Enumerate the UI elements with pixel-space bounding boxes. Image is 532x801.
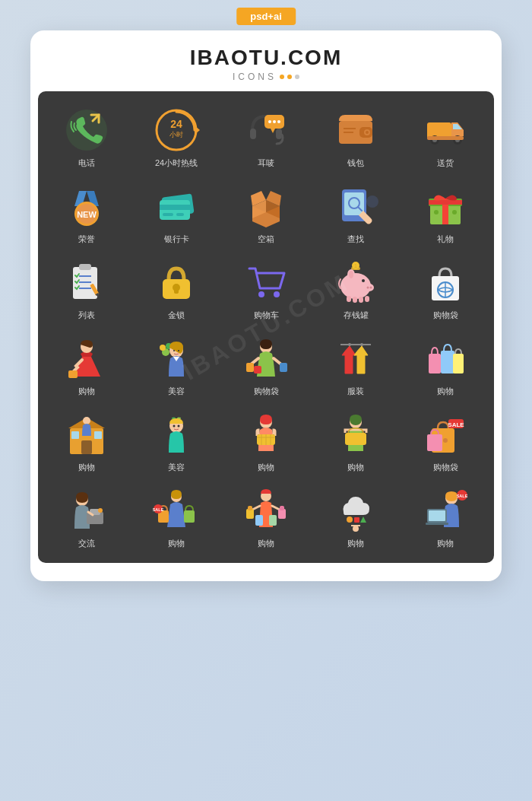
cart-icon <box>242 259 290 306</box>
bankcard-icon <box>153 183 200 230</box>
truck-icon <box>422 106 469 154</box>
svg-rect-93 <box>81 440 92 454</box>
svg-rect-67 <box>347 296 351 302</box>
svg-marker-130 <box>360 517 366 523</box>
svg-rect-68 <box>353 297 357 303</box>
icon-cell: 购物车 <box>228 259 304 321</box>
svg-rect-110 <box>427 434 442 451</box>
icon-cell: 购物 <box>49 335 125 397</box>
subtitle-text: ICONS <box>233 72 277 82</box>
svg-text:24: 24 <box>170 118 182 130</box>
svg-rect-46 <box>79 264 91 270</box>
dot3 <box>295 75 299 79</box>
shop-front-label: 购物 <box>78 462 95 473</box>
icon-cell: 购物 <box>318 411 394 473</box>
phone-label: 电话 <box>78 157 95 169</box>
beauty2-label: 美容 <box>168 462 185 473</box>
svg-rect-106 <box>345 433 366 445</box>
icon-cell: SALE 购物 <box>407 487 483 549</box>
svg-point-15 <box>366 131 369 134</box>
svg-rect-123 <box>248 506 252 510</box>
svg-point-56 <box>274 291 280 297</box>
icon-cell: 购物 <box>228 487 304 549</box>
icon-row-3: 列表 金锁 <box>42 251 490 327</box>
svg-rect-70 <box>365 296 369 302</box>
svg-rect-32 <box>163 213 173 216</box>
svg-rect-33 <box>176 213 184 216</box>
svg-rect-89 <box>429 354 441 373</box>
svg-point-11 <box>277 120 280 123</box>
dot1 <box>280 75 284 79</box>
svg-rect-126 <box>255 515 263 526</box>
svg-rect-69 <box>359 297 363 303</box>
svg-rect-91 <box>453 354 464 373</box>
svg-point-43 <box>434 210 439 215</box>
icon-cell: 24 小时 24小时热线 <box>138 106 214 169</box>
svg-rect-95 <box>94 431 102 439</box>
piggy-label: 存钱罐 <box>344 310 369 321</box>
bags-sale-label: 购物 <box>168 538 185 549</box>
list-label: 列表 <box>78 310 95 321</box>
svg-point-9 <box>268 120 271 123</box>
svg-point-98 <box>173 425 176 428</box>
svg-point-96 <box>83 417 90 424</box>
card-header: IBAOTU.COM ICONS <box>38 46 494 82</box>
svg-point-128 <box>347 517 353 523</box>
clothing-label: 服装 <box>347 386 364 397</box>
svg-text:NEW: NEW <box>77 210 97 219</box>
svg-rect-127 <box>269 515 277 526</box>
svg-point-61 <box>365 284 374 291</box>
svg-rect-35 <box>344 192 364 215</box>
svg-point-81 <box>178 350 179 351</box>
shopbag-globe-icon <box>422 259 469 306</box>
headset-label: 耳唛 <box>258 157 274 169</box>
shopbag-sale-icon: SALE <box>422 411 469 458</box>
icon-cell: 查找 <box>318 183 394 245</box>
svg-point-111 <box>443 438 448 443</box>
svg-point-88 <box>360 343 363 346</box>
woman-bags-label: 购物袋 <box>254 386 279 397</box>
woman-basket2-icon <box>332 411 379 458</box>
svg-rect-134 <box>429 510 445 521</box>
clothing-icon <box>332 335 379 382</box>
card-title: IBAOTU.COM <box>38 46 494 70</box>
svg-text:1: 1 <box>354 263 357 269</box>
icon-cell: SALE 购物袋 <box>407 411 483 473</box>
medal-icon: NEW <box>63 183 110 230</box>
shopbag-sale-label: 购物袋 <box>433 462 458 473</box>
svg-point-99 <box>178 425 180 428</box>
box-icon <box>242 183 290 230</box>
woman-dress-label: 购物 <box>78 386 95 397</box>
woman-basket-label: 购物 <box>258 462 274 473</box>
shopbag-globe-label: 购物袋 <box>433 310 458 321</box>
shopping-bags-label: 购物 <box>437 386 454 397</box>
svg-marker-8 <box>271 129 275 133</box>
icon-cell: 电话 <box>49 106 125 169</box>
icon-cell: 交流 <box>49 487 125 549</box>
shopping-bags-icon <box>422 335 469 382</box>
gift-label: 礼物 <box>437 234 454 245</box>
man-sale-icon: SALE <box>422 487 469 534</box>
svg-rect-83 <box>246 363 254 372</box>
icon-cell: 送货 <box>407 106 483 169</box>
svg-rect-120 <box>184 510 195 523</box>
woman-sew-icon <box>63 487 110 534</box>
headset-icon <box>242 106 290 154</box>
box-label: 空箱 <box>258 234 274 245</box>
icon-cell: 耳唛 <box>228 106 304 169</box>
wallet-icon <box>332 106 379 154</box>
icon-cell: 购物 <box>49 411 125 473</box>
svg-text:SALE: SALE <box>448 421 464 428</box>
svg-rect-94 <box>71 431 79 439</box>
svg-rect-85 <box>254 366 261 373</box>
svg-rect-135 <box>426 523 448 525</box>
svg-text:小时: 小时 <box>169 131 183 138</box>
icon-cell: 钱包 <box>318 106 394 169</box>
icon-row-1: 电话 24 小时 24小时热线 <box>42 99 490 175</box>
icon-cell: NEW 荣誉 <box>49 183 125 245</box>
lock-icon <box>153 259 200 306</box>
wallet-label: 钱包 <box>347 157 364 169</box>
top-badge: psd+ai <box>236 8 296 25</box>
svg-point-10 <box>273 120 276 123</box>
svg-point-87 <box>348 343 351 346</box>
